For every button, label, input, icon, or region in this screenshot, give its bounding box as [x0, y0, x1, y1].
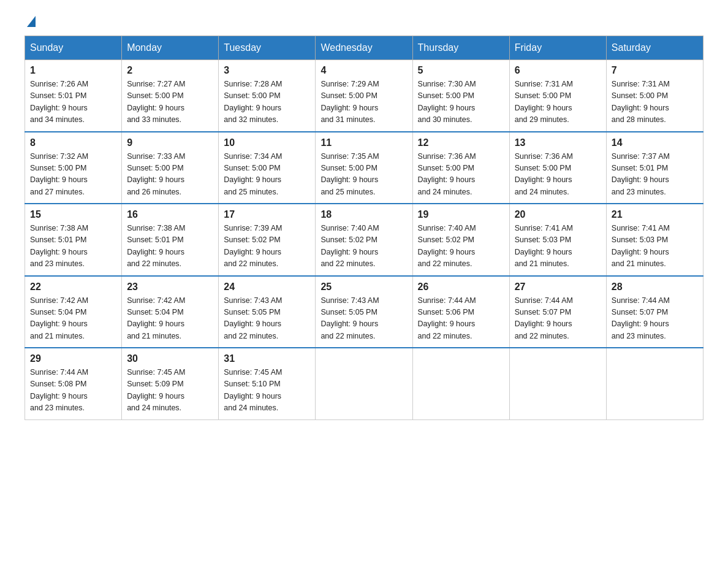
- day-number: 13: [515, 137, 601, 148]
- calendar-day-cell: 21 Sunrise: 7:41 AMSunset: 5:03 PMDaylig…: [606, 204, 703, 276]
- logo-arrow-icon: [27, 16, 36, 27]
- calendar-day-cell: 7 Sunrise: 7:31 AMSunset: 5:00 PMDayligh…: [606, 60, 703, 132]
- column-header-thursday: Thursday: [412, 36, 509, 60]
- calendar-day-cell: 13 Sunrise: 7:36 AMSunset: 5:00 PMDaylig…: [509, 132, 606, 204]
- calendar-day-cell: 27 Sunrise: 7:44 AMSunset: 5:07 PMDaylig…: [509, 276, 606, 348]
- day-info: Sunrise: 7:43 AMSunset: 5:05 PMDaylight:…: [224, 296, 282, 340]
- day-number: 9: [127, 137, 213, 148]
- calendar-day-cell: 30 Sunrise: 7:45 AMSunset: 5:09 PMDaylig…: [122, 348, 219, 419]
- calendar-day-cell: [316, 348, 412, 419]
- calendar-day-cell: 11 Sunrise: 7:35 AMSunset: 5:00 PMDaylig…: [316, 132, 412, 204]
- column-header-wednesday: Wednesday: [316, 36, 412, 60]
- day-info: Sunrise: 7:41 AMSunset: 5:03 PMDaylight:…: [515, 224, 573, 268]
- calendar-day-cell: 25 Sunrise: 7:43 AMSunset: 5:05 PMDaylig…: [316, 276, 412, 348]
- day-number: 17: [224, 209, 310, 220]
- day-info: Sunrise: 7:33 AMSunset: 5:00 PMDaylight:…: [127, 152, 185, 196]
- logo-blue-part: [26, 18, 36, 27]
- day-info: Sunrise: 7:29 AMSunset: 5:00 PMDaylight:…: [320, 80, 379, 124]
- calendar-day-cell: 14 Sunrise: 7:37 AMSunset: 5:01 PMDaylig…: [606, 132, 703, 204]
- column-header-tuesday: Tuesday: [219, 36, 316, 60]
- calendar-day-cell: 28 Sunrise: 7:44 AMSunset: 5:07 PMDaylig…: [606, 276, 703, 348]
- day-number: 25: [320, 282, 407, 293]
- day-number: 3: [224, 65, 310, 76]
- day-number: 18: [320, 209, 407, 220]
- calendar-day-cell: 16 Sunrise: 7:38 AMSunset: 5:01 PMDaylig…: [122, 204, 219, 276]
- day-info: Sunrise: 7:42 AMSunset: 5:04 PMDaylight:…: [127, 296, 185, 340]
- calendar-day-cell: 12 Sunrise: 7:36 AMSunset: 5:00 PMDaylig…: [412, 132, 509, 204]
- page-header: [25, 18, 703, 23]
- day-info: Sunrise: 7:26 AMSunset: 5:01 PMDaylight:…: [30, 80, 88, 124]
- calendar-week-row: 29 Sunrise: 7:44 AMSunset: 5:08 PMDaylig…: [25, 348, 703, 419]
- column-header-sunday: Sunday: [25, 36, 122, 60]
- day-info: Sunrise: 7:37 AMSunset: 5:01 PMDaylight:…: [612, 152, 670, 196]
- day-number: 26: [418, 282, 504, 293]
- day-number: 31: [224, 353, 310, 364]
- calendar-week-row: 15 Sunrise: 7:38 AMSunset: 5:01 PMDaylig…: [25, 204, 703, 276]
- day-number: 12: [418, 137, 504, 148]
- day-number: 22: [30, 282, 116, 293]
- calendar-day-cell: 31 Sunrise: 7:45 AMSunset: 5:10 PMDaylig…: [219, 348, 316, 419]
- column-header-saturday: Saturday: [606, 36, 703, 60]
- day-info: Sunrise: 7:45 AMSunset: 5:09 PMDaylight:…: [127, 368, 185, 412]
- calendar-day-cell: 22 Sunrise: 7:42 AMSunset: 5:04 PMDaylig…: [25, 276, 122, 348]
- day-number: 8: [30, 137, 116, 148]
- day-info: Sunrise: 7:44 AMSunset: 5:07 PMDaylight:…: [515, 296, 573, 340]
- day-info: Sunrise: 7:43 AMSunset: 5:05 PMDaylight:…: [320, 296, 379, 340]
- calendar-header-row: SundayMondayTuesdayWednesdayThursdayFrid…: [25, 36, 703, 60]
- calendar-day-cell: 26 Sunrise: 7:44 AMSunset: 5:06 PMDaylig…: [412, 276, 509, 348]
- day-number: 7: [612, 65, 698, 76]
- calendar-day-cell: [509, 348, 606, 419]
- day-info: Sunrise: 7:31 AMSunset: 5:00 PMDaylight:…: [612, 80, 670, 124]
- day-number: 19: [418, 209, 504, 220]
- day-number: 27: [515, 282, 601, 293]
- calendar-day-cell: 29 Sunrise: 7:44 AMSunset: 5:08 PMDaylig…: [25, 348, 122, 419]
- logo: [25, 18, 36, 23]
- day-info: Sunrise: 7:34 AMSunset: 5:00 PMDaylight:…: [224, 152, 282, 196]
- day-info: Sunrise: 7:35 AMSunset: 5:00 PMDaylight:…: [320, 152, 379, 196]
- calendar-day-cell: 19 Sunrise: 7:40 AMSunset: 5:02 PMDaylig…: [412, 204, 509, 276]
- calendar-day-cell: 4 Sunrise: 7:29 AMSunset: 5:00 PMDayligh…: [316, 60, 412, 132]
- day-number: 5: [418, 65, 504, 76]
- day-info: Sunrise: 7:36 AMSunset: 5:00 PMDaylight:…: [515, 152, 573, 196]
- day-info: Sunrise: 7:39 AMSunset: 5:02 PMDaylight:…: [224, 224, 282, 268]
- day-number: 16: [127, 209, 213, 220]
- day-info: Sunrise: 7:40 AMSunset: 5:02 PMDaylight:…: [418, 224, 476, 268]
- calendar-day-cell: 6 Sunrise: 7:31 AMSunset: 5:00 PMDayligh…: [509, 60, 606, 132]
- day-info: Sunrise: 7:38 AMSunset: 5:01 PMDaylight:…: [30, 224, 88, 268]
- day-number: 21: [612, 209, 698, 220]
- calendar-day-cell: 17 Sunrise: 7:39 AMSunset: 5:02 PMDaylig…: [219, 204, 316, 276]
- day-number: 4: [320, 65, 407, 76]
- calendar-week-row: 8 Sunrise: 7:32 AMSunset: 5:00 PMDayligh…: [25, 132, 703, 204]
- calendar-day-cell: 3 Sunrise: 7:28 AMSunset: 5:00 PMDayligh…: [219, 60, 316, 132]
- calendar-week-row: 22 Sunrise: 7:42 AMSunset: 5:04 PMDaylig…: [25, 276, 703, 348]
- calendar-day-cell: 1 Sunrise: 7:26 AMSunset: 5:01 PMDayligh…: [25, 60, 122, 132]
- day-number: 24: [224, 282, 310, 293]
- calendar-day-cell: 15 Sunrise: 7:38 AMSunset: 5:01 PMDaylig…: [25, 204, 122, 276]
- day-info: Sunrise: 7:44 AMSunset: 5:06 PMDaylight:…: [418, 296, 476, 340]
- day-info: Sunrise: 7:44 AMSunset: 5:07 PMDaylight:…: [612, 296, 670, 340]
- day-number: 1: [30, 65, 116, 76]
- calendar-day-cell: 5 Sunrise: 7:30 AMSunset: 5:00 PMDayligh…: [412, 60, 509, 132]
- day-info: Sunrise: 7:42 AMSunset: 5:04 PMDaylight:…: [30, 296, 88, 340]
- calendar-day-cell: 9 Sunrise: 7:33 AMSunset: 5:00 PMDayligh…: [122, 132, 219, 204]
- day-info: Sunrise: 7:44 AMSunset: 5:08 PMDaylight:…: [30, 368, 88, 412]
- day-info: Sunrise: 7:45 AMSunset: 5:10 PMDaylight:…: [224, 368, 282, 412]
- day-number: 11: [320, 137, 407, 148]
- day-info: Sunrise: 7:28 AMSunset: 5:00 PMDaylight:…: [224, 80, 282, 124]
- day-number: 10: [224, 137, 310, 148]
- calendar-day-cell: 20 Sunrise: 7:41 AMSunset: 5:03 PMDaylig…: [509, 204, 606, 276]
- day-number: 23: [127, 282, 213, 293]
- calendar-day-cell: [412, 348, 509, 419]
- day-info: Sunrise: 7:27 AMSunset: 5:00 PMDaylight:…: [127, 80, 185, 124]
- calendar-day-cell: 2 Sunrise: 7:27 AMSunset: 5:00 PMDayligh…: [122, 60, 219, 132]
- calendar-day-cell: 18 Sunrise: 7:40 AMSunset: 5:02 PMDaylig…: [316, 204, 412, 276]
- calendar-day-cell: 23 Sunrise: 7:42 AMSunset: 5:04 PMDaylig…: [122, 276, 219, 348]
- day-info: Sunrise: 7:30 AMSunset: 5:00 PMDaylight:…: [418, 80, 476, 124]
- day-info: Sunrise: 7:31 AMSunset: 5:00 PMDaylight:…: [515, 80, 573, 124]
- day-number: 20: [515, 209, 601, 220]
- day-info: Sunrise: 7:32 AMSunset: 5:00 PMDaylight:…: [30, 152, 88, 196]
- day-number: 6: [515, 65, 601, 76]
- day-number: 15: [30, 209, 116, 220]
- column-header-friday: Friday: [509, 36, 606, 60]
- day-number: 14: [612, 137, 698, 148]
